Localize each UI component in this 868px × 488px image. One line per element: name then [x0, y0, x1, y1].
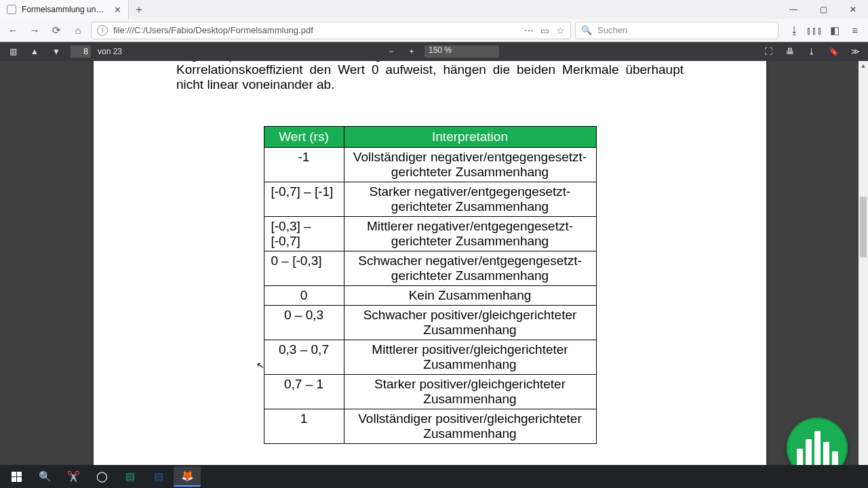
table-header-interpretation: Interpretation: [344, 126, 596, 147]
taskbar-app-excel[interactable]: ▤: [117, 466, 144, 487]
reader-mode-icon[interactable]: ▭: [540, 25, 549, 36]
search-placeholder: Suchen: [597, 25, 627, 35]
table-row: 0,3 – 0,7Mittlerer positiver/gleichgeric…: [264, 340, 596, 374]
table-cell-interpretation: Schwacher negativer/entgegengesetzt-geri…: [344, 251, 596, 285]
app-menu-button[interactable]: ≡: [846, 22, 864, 39]
paragraph-text: negativer) linearer Zusammenhang zwische…: [176, 61, 684, 92]
table-cell-interpretation: Mittlerer negativer/entgegengesetzt-geri…: [344, 216, 596, 251]
table-row: 0 – 0,3Schwacher positiver/gleichgericht…: [264, 305, 596, 340]
back-button[interactable]: ←: [4, 22, 22, 39]
table-cell-interpretation: Schwacher positiver/gleichgerichteter Zu…: [344, 305, 596, 340]
table-row: [-0,7] – [-1]Starker negativer/entgegeng…: [264, 182, 596, 216]
taskbar-app-snip[interactable]: ✂️: [60, 466, 87, 487]
search-icon: 🔍: [581, 25, 592, 35]
titlebar: Formelsammlung und Hilfsmittel S ✕ ＋ — ▢…: [0, 0, 868, 19]
taskbar-app-obs[interactable]: ◯: [88, 466, 115, 487]
sidebar-outline-button[interactable]: ▥: [5, 44, 20, 59]
table-cell-value: [-0,3] – [-0,7]: [264, 216, 344, 251]
table-row: -1Vollständiger negativer/entgegengesetz…: [264, 147, 596, 182]
sidebar-toggle-button[interactable]: ◧: [826, 22, 844, 39]
browser-tab[interactable]: Formelsammlung und Hilfsmittel S ✕: [0, 0, 129, 19]
taskbar-search-button[interactable]: 🔍: [31, 466, 58, 487]
presentation-button[interactable]: ⛶: [761, 44, 776, 59]
print-button[interactable]: 🖶: [783, 44, 797, 59]
table-cell-interpretation: Starker positiver/gleichgerichteter Zusa…: [344, 374, 596, 409]
start-button[interactable]: [3, 466, 30, 487]
scrollbar-thumb[interactable]: [860, 197, 867, 258]
forward-button[interactable]: →: [26, 22, 43, 39]
download-pdf-button[interactable]: ⭳: [804, 44, 819, 59]
scroll-up-icon[interactable]: ▲: [859, 61, 868, 70]
table-row: [-0,3] – [-0,7]Mittlerer negativer/entge…: [264, 216, 596, 251]
table-cell-value: 0,3 – 0,7: [264, 340, 344, 374]
window-maximize-button[interactable]: ▢: [808, 0, 838, 19]
window-minimize-button[interactable]: —: [778, 0, 808, 19]
table-cell-interpretation: Mittlerer positiver/gleichgerichteter Zu…: [344, 340, 596, 374]
table-cell-value: [-0,7] – [-1]: [264, 182, 344, 216]
table-cell-interpretation: Vollständiger negativer/entgegengesetzt-…: [344, 147, 596, 182]
table-cell-value: 0 – [-0,3]: [264, 251, 344, 285]
tab-title: Formelsammlung und Hilfsmittel S: [22, 5, 108, 14]
interpretation-table: Wert (rs) Interpretation -1Vollständiger…: [264, 126, 597, 444]
table-cell-value: 0,7 – 1: [264, 374, 344, 409]
home-button[interactable]: ⌂: [69, 22, 87, 39]
pdf-tools-button[interactable]: ≫: [848, 44, 863, 59]
url-text: file:///C:/Users/Fabio/Desktop/Formelsam…: [113, 25, 519, 35]
table-row: 0,7 – 1Starker positiver/gleichgerichtet…: [264, 374, 596, 409]
pdf-viewport[interactable]: negativer) linearer Zusammenhang zwische…: [0, 61, 868, 488]
table-row: 0 – [-0,3]Schwacher negativer/entgegenge…: [264, 251, 596, 285]
table-cell-interpretation: Starker negativer/entgegengesetzt-gerich…: [344, 182, 596, 216]
page-up-button[interactable]: ▲: [27, 44, 42, 59]
site-info-icon[interactable]: i: [97, 25, 108, 36]
zoom-select[interactable]: 150 %: [425, 45, 499, 58]
zoom-in-button[interactable]: +: [404, 44, 419, 59]
table-cell-interpretation: Kein Zusammenhang: [344, 285, 596, 305]
bookmark-page-button[interactable]: 🔖: [826, 44, 841, 59]
pdf-toolbar: ▥ ▲ ▼ von 23 − + 150 % ⛶ 🖶 ⭳ 🔖 ≫: [0, 42, 868, 61]
table-cell-value: -1: [264, 147, 344, 182]
new-tab-button[interactable]: ＋: [129, 0, 149, 19]
page-count-label: von 23: [98, 47, 122, 56]
close-tab-icon[interactable]: ✕: [114, 5, 121, 15]
window-close-button[interactable]: ✕: [838, 0, 868, 19]
pdf-page: negativer) linearer Zusammenhang zwische…: [94, 61, 766, 488]
library-button[interactable]: ⫿⫿⫿: [806, 22, 823, 39]
windows-taskbar: 🔍 ✂️ ◯ ▤ ▤ 🦊: [0, 465, 868, 488]
search-box[interactable]: 🔍 Suchen: [575, 22, 778, 39]
bookmark-star-icon[interactable]: ☆: [556, 25, 565, 36]
table-header-value: Wert (rs): [264, 126, 344, 147]
reload-button[interactable]: ⟳: [47, 22, 65, 39]
more-actions-icon[interactable]: ⋯: [524, 25, 534, 36]
table-row: 0Kein Zusammenhang: [264, 285, 596, 305]
pdf-favicon-icon: [7, 5, 16, 14]
table-cell-value: 0 – 0,3: [264, 305, 344, 340]
taskbar-app-firefox[interactable]: 🦊: [174, 466, 201, 487]
vertical-scrollbar[interactable]: ▲ ▼: [859, 61, 868, 488]
navbar: ← → ⟳ ⌂ i file:///C:/Users/Fabio/Desktop…: [0, 19, 868, 42]
taskbar-app-word[interactable]: ▤: [145, 466, 172, 487]
table-cell-value: 0: [264, 285, 344, 305]
table-cell-interpretation: Vollständiger positiver/gleichgerichtete…: [344, 409, 596, 443]
table-cell-value: 1: [264, 409, 344, 443]
url-bar[interactable]: i file:///C:/Users/Fabio/Desktop/Formels…: [91, 22, 571, 39]
page-down-button[interactable]: ▼: [49, 44, 64, 59]
page-number-input[interactable]: [71, 45, 91, 58]
windows-logo-icon: [12, 472, 22, 482]
table-row: 1Vollständiger positiver/gleichgerichtet…: [264, 409, 596, 443]
zoom-out-button[interactable]: −: [384, 44, 399, 59]
downloads-button[interactable]: ⭳: [785, 22, 803, 39]
